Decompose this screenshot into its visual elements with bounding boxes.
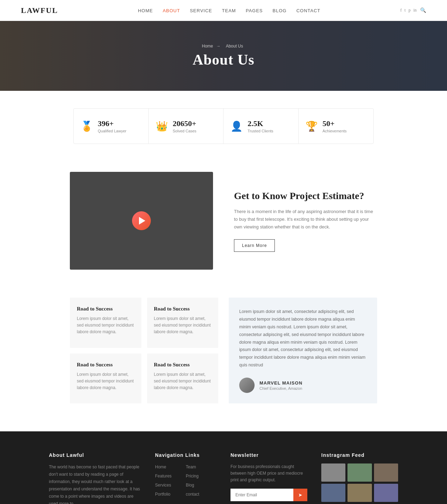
footer-link-blog[interactable]: Blog xyxy=(186,483,194,488)
card-3-title: Road to Success xyxy=(77,362,134,368)
search-icon[interactable]: 🔍 xyxy=(420,7,426,13)
project-section: Get to Know Project Estimate? There is a… xyxy=(49,161,398,291)
newsletter-submit-button[interactable]: ➤ xyxy=(293,489,307,501)
stats-container: 🏅 396+ Qualified Lawyer 👑 20650+ Solved … xyxy=(73,108,374,144)
card-2: Road to Success Lorem ipsum dolor sit am… xyxy=(147,298,219,348)
stat-achievements: 🏆 50+ Achievements xyxy=(299,109,374,144)
learn-more-button[interactable]: Learn More xyxy=(234,239,275,252)
stat-clients-number: 2.5K xyxy=(248,119,273,128)
footer-link-services[interactable]: Services xyxy=(155,483,171,488)
footer: About Lawful The world has become so fas… xyxy=(0,431,447,504)
nav-blog[interactable]: BLOG xyxy=(273,8,287,13)
hero-section: Home → About Us About Us xyxy=(0,21,447,91)
trophy-icon: 🏆 xyxy=(306,120,318,132)
card-1-text: Lorem ipsum dolor sit amet, sed eiusmod … xyxy=(77,315,134,336)
nav-social: f t p in xyxy=(400,8,417,13)
hero-content: Home → About Us About Us xyxy=(192,44,254,68)
footer-link-home[interactable]: Home xyxy=(155,465,166,469)
stat-lawyer-number: 396+ xyxy=(98,119,126,128)
stat-achievements-content: 50+ Achievements xyxy=(323,119,347,133)
newsletter-email-input[interactable] xyxy=(230,489,293,501)
medal-icon: 🏅 xyxy=(81,120,93,132)
insta-thumb-5[interactable] xyxy=(347,484,372,502)
testimonial-text: Lorem ipsum dolor sit amet, consectetur … xyxy=(239,308,367,369)
footer-about: About Lawful The world has become so fas… xyxy=(49,452,141,504)
footer-link-contact[interactable]: contact xyxy=(186,492,199,497)
testimonial-author: MARVEL MAISON Chief Executive, Amazon xyxy=(239,378,367,393)
nav-home[interactable]: HOME xyxy=(138,8,153,13)
insta-thumb-4[interactable] xyxy=(321,484,345,502)
social-facebook[interactable]: f xyxy=(400,8,402,13)
footer-about-text: The world has become so fast paced that … xyxy=(49,463,141,504)
crown-icon: 👑 xyxy=(156,120,168,132)
nav-pages[interactable]: PAGES xyxy=(246,8,263,13)
navbar: LAWFUL HOME ABOUT SERVICE TEAM PAGES BLO… xyxy=(0,0,447,21)
footer-newsletter: Newsletter For business professionals ca… xyxy=(230,452,307,504)
social-twitter[interactable]: t xyxy=(404,8,405,13)
card-1-title: Road to Success xyxy=(77,306,134,312)
stat-clients-label: Trusted Clients xyxy=(248,129,273,133)
stat-lawyer: 🏅 396+ Qualified Lawyer xyxy=(74,109,149,144)
insta-thumb-6[interactable] xyxy=(374,484,398,502)
insta-thumb-3[interactable] xyxy=(374,463,398,482)
footer-nav-title: Navigation Links xyxy=(155,452,217,458)
author-avatar xyxy=(239,378,255,393)
social-linkedin[interactable]: in xyxy=(413,8,417,13)
stat-cases: 👑 20650+ Solved Cases xyxy=(149,109,224,144)
footer-link-pricing[interactable]: Pricing xyxy=(186,474,199,479)
newsletter-form: ➤ xyxy=(230,489,307,501)
footer-instagram-title: Instragram Feed xyxy=(321,452,398,458)
nav-contact[interactable]: CONTACT xyxy=(296,8,321,13)
card-1: Road to Success Lorem ipsum dolor sit am… xyxy=(70,298,141,348)
insta-thumb-1[interactable] xyxy=(321,463,345,482)
stat-lawyer-label: Qualified Lawyer xyxy=(98,129,126,133)
footer-instagram: Instragram Feed xyxy=(321,452,398,504)
project-content: Get to Know Project Estimate? There is a… xyxy=(234,190,377,252)
footer-about-title: About Lawful xyxy=(49,452,141,458)
stat-clients-content: 2.5K Trusted Clients xyxy=(248,119,273,133)
footer-link-portfolio[interactable]: Portfolio xyxy=(155,492,170,497)
footer-nav-col2: Team Pricing Blog contact xyxy=(186,463,217,500)
nav-about[interactable]: ABOUT xyxy=(163,8,180,13)
footer-nav-columns: Home Features Services Portfolio Team Pr… xyxy=(155,463,217,500)
card-4-text: Lorem ipsum dolor sit amet, sed eiusmod … xyxy=(154,371,212,392)
stat-cases-number: 20650+ xyxy=(173,119,197,128)
breadcrumb-current: About Us xyxy=(226,44,243,49)
person-icon: 👤 xyxy=(230,120,243,132)
nav-right: f t p in 🔍 xyxy=(400,7,426,13)
play-button[interactable] xyxy=(132,211,151,230)
card-3: Road to Success Lorem ipsum dolor sit am… xyxy=(70,353,141,404)
page-title: About Us xyxy=(192,51,254,68)
brand-logo[interactable]: LAWFUL xyxy=(21,6,58,15)
project-description: There is a moment in the life of any asp… xyxy=(234,208,377,231)
bottom-section: Road to Success Lorem ipsum dolor sit am… xyxy=(49,291,398,431)
project-video xyxy=(70,172,213,270)
footer-link-features[interactable]: Features xyxy=(155,474,171,479)
nav-service[interactable]: SERVICE xyxy=(190,8,212,13)
footer-newsletter-title: Newsletter xyxy=(230,452,307,458)
testimonial-box: Lorem ipsum dolor sit amet, consectetur … xyxy=(229,298,377,403)
breadcrumb-home[interactable]: Home xyxy=(202,44,213,49)
author-info: MARVEL MAISON Chief Executive, Amazon xyxy=(259,380,302,390)
stat-achievements-number: 50+ xyxy=(323,119,347,128)
footer-link-team[interactable]: Team xyxy=(186,465,196,469)
author-name: MARVEL MAISON xyxy=(259,380,302,386)
card-4: Road to Success Lorem ipsum dolor sit am… xyxy=(147,353,219,404)
card-2-text: Lorem ipsum dolor sit amet, sed eiusmod … xyxy=(154,315,212,336)
footer-nav-col1: Home Features Services Portfolio xyxy=(155,463,186,500)
stat-cases-content: 20650+ Solved Cases xyxy=(173,119,197,133)
project-title: Get to Know Project Estimate? xyxy=(234,190,377,202)
insta-thumb-2[interactable] xyxy=(347,463,372,482)
card-4-title: Road to Success xyxy=(154,362,212,368)
nav-links: HOME ABOUT SERVICE TEAM PAGES BLOG CONTA… xyxy=(138,7,321,14)
footer-nav: Navigation Links Home Features Services … xyxy=(155,452,217,504)
stat-lawyer-content: 396+ Qualified Lawyer xyxy=(98,119,126,133)
stat-cases-label: Solved Cases xyxy=(173,129,197,133)
instagram-grid xyxy=(321,463,398,502)
footer-newsletter-text: For business professionals caught betwee… xyxy=(230,463,307,484)
breadcrumb-arrow: → xyxy=(216,44,220,49)
card-2-title: Road to Success xyxy=(154,306,212,312)
cards-grid: Road to Success Lorem ipsum dolor sit am… xyxy=(70,298,218,403)
nav-team[interactable]: TEAM xyxy=(222,8,236,13)
social-pinterest[interactable]: p xyxy=(409,8,411,13)
